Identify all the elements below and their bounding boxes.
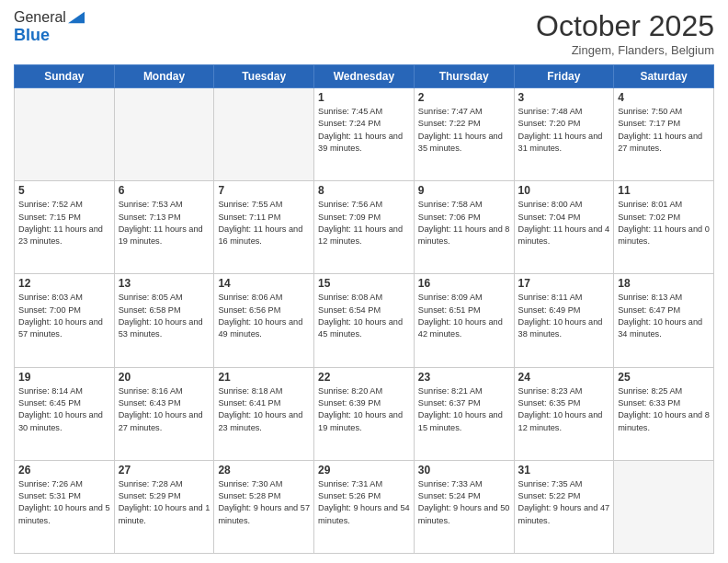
- cell-info: Sunrise: 7:58 AM Sunset: 7:06 PM Dayligh…: [418, 199, 510, 247]
- day-number: 6: [119, 184, 210, 197]
- weekday-header-sunday: Sunday: [15, 65, 115, 88]
- calendar-cell: 10Sunrise: 8:00 AM Sunset: 7:04 PM Dayli…: [514, 181, 614, 274]
- calendar-cell: 7Sunrise: 7:55 AM Sunset: 7:11 PM Daylig…: [214, 181, 314, 274]
- day-number: 20: [119, 371, 210, 384]
- logo: General Blue: [14, 9, 85, 45]
- cell-info: Sunrise: 8:13 AM Sunset: 6:47 PM Dayligh…: [618, 292, 710, 340]
- calendar-cell: 8Sunrise: 7:56 AM Sunset: 7:09 PM Daylig…: [314, 181, 415, 274]
- day-number: 23: [418, 371, 510, 384]
- cell-info: Sunrise: 8:06 AM Sunset: 6:56 PM Dayligh…: [218, 292, 310, 340]
- calendar-cell: [214, 88, 314, 181]
- calendar-cell: 14Sunrise: 8:06 AM Sunset: 6:56 PM Dayli…: [214, 274, 314, 367]
- cell-info: Sunrise: 7:52 AM Sunset: 7:15 PM Dayligh…: [18, 199, 110, 247]
- calendar-cell: 16Sunrise: 8:09 AM Sunset: 6:51 PM Dayli…: [414, 274, 514, 367]
- calendar-cell: 29Sunrise: 7:31 AM Sunset: 5:26 PM Dayli…: [314, 460, 415, 553]
- cell-info: Sunrise: 7:45 AM Sunset: 7:24 PM Dayligh…: [318, 106, 410, 155]
- calendar-cell: 31Sunrise: 7:35 AM Sunset: 5:22 PM Dayli…: [514, 460, 614, 553]
- cell-info: Sunrise: 8:16 AM Sunset: 6:43 PM Dayligh…: [119, 385, 210, 434]
- calendar-cell: 23Sunrise: 8:21 AM Sunset: 6:37 PM Dayli…: [414, 367, 514, 460]
- day-number: 26: [18, 464, 110, 477]
- day-number: 28: [218, 464, 310, 477]
- cell-info: Sunrise: 8:20 AM Sunset: 6:39 PM Dayligh…: [318, 385, 410, 434]
- calendar-cell: 21Sunrise: 8:18 AM Sunset: 6:41 PM Dayli…: [214, 367, 314, 460]
- cell-info: Sunrise: 7:33 AM Sunset: 5:24 PM Dayligh…: [418, 478, 510, 527]
- weekday-header-row: SundayMondayTuesdayWednesdayThursdayFrid…: [15, 65, 714, 88]
- calendar-week-row: 19Sunrise: 8:14 AM Sunset: 6:45 PM Dayli…: [15, 367, 714, 460]
- cell-info: Sunrise: 8:00 AM Sunset: 7:04 PM Dayligh…: [518, 199, 610, 247]
- day-number: 4: [618, 91, 710, 104]
- day-number: 27: [119, 464, 210, 477]
- cell-info: Sunrise: 7:55 AM Sunset: 7:11 PM Dayligh…: [218, 199, 310, 247]
- calendar-cell: 30Sunrise: 7:33 AM Sunset: 5:24 PM Dayli…: [414, 460, 514, 553]
- cell-info: Sunrise: 8:14 AM Sunset: 6:45 PM Dayligh…: [18, 385, 110, 434]
- cell-info: Sunrise: 8:09 AM Sunset: 6:51 PM Dayligh…: [418, 292, 510, 340]
- day-number: 21: [218, 371, 310, 384]
- day-number: 3: [518, 91, 610, 104]
- cell-info: Sunrise: 8:01 AM Sunset: 7:02 PM Dayligh…: [618, 199, 710, 247]
- weekday-header-friday: Friday: [514, 65, 614, 88]
- day-number: 17: [518, 277, 610, 290]
- cell-info: Sunrise: 8:03 AM Sunset: 7:00 PM Dayligh…: [18, 292, 110, 340]
- calendar-cell: 25Sunrise: 8:25 AM Sunset: 6:33 PM Dayli…: [614, 367, 714, 460]
- calendar-cell: 12Sunrise: 8:03 AM Sunset: 7:00 PM Dayli…: [15, 274, 115, 367]
- cell-info: Sunrise: 8:08 AM Sunset: 6:54 PM Dayligh…: [318, 292, 410, 340]
- calendar-table: SundayMondayTuesdayWednesdayThursdayFrid…: [14, 64, 714, 554]
- calendar-cell: 28Sunrise: 7:30 AM Sunset: 5:28 PM Dayli…: [214, 460, 314, 553]
- calendar-cell: 24Sunrise: 8:23 AM Sunset: 6:35 PM Dayli…: [514, 367, 614, 460]
- calendar-cell: 5Sunrise: 7:52 AM Sunset: 7:15 PM Daylig…: [15, 181, 115, 274]
- calendar-cell: 4Sunrise: 7:50 AM Sunset: 7:17 PM Daylig…: [614, 88, 714, 181]
- cell-info: Sunrise: 7:26 AM Sunset: 5:31 PM Dayligh…: [18, 478, 110, 527]
- calendar-cell: 26Sunrise: 7:26 AM Sunset: 5:31 PM Dayli…: [15, 460, 115, 553]
- calendar-cell: 13Sunrise: 8:05 AM Sunset: 6:58 PM Dayli…: [114, 274, 214, 367]
- cell-info: Sunrise: 7:53 AM Sunset: 7:13 PM Dayligh…: [119, 199, 210, 247]
- cell-info: Sunrise: 7:50 AM Sunset: 7:17 PM Dayligh…: [618, 106, 710, 155]
- header: General Blue October 2025 Zingem, Flande…: [14, 9, 714, 57]
- cell-info: Sunrise: 7:31 AM Sunset: 5:26 PM Dayligh…: [318, 478, 410, 527]
- day-number: 12: [18, 277, 110, 290]
- calendar-cell: [15, 88, 115, 181]
- logo-general-text: General: [14, 9, 66, 26]
- day-number: 13: [119, 277, 210, 290]
- day-number: 10: [518, 184, 610, 197]
- calendar-week-row: 26Sunrise: 7:26 AM Sunset: 5:31 PM Dayli…: [15, 460, 714, 553]
- calendar-cell: 6Sunrise: 7:53 AM Sunset: 7:13 PM Daylig…: [114, 181, 214, 274]
- calendar-cell: 27Sunrise: 7:28 AM Sunset: 5:29 PM Dayli…: [114, 460, 214, 553]
- weekday-header-thursday: Thursday: [414, 65, 514, 88]
- day-number: 14: [218, 277, 310, 290]
- cell-info: Sunrise: 7:56 AM Sunset: 7:09 PM Dayligh…: [318, 199, 410, 247]
- calendar-cell: 11Sunrise: 8:01 AM Sunset: 7:02 PM Dayli…: [614, 181, 714, 274]
- calendar-week-row: 5Sunrise: 7:52 AM Sunset: 7:15 PM Daylig…: [15, 181, 714, 274]
- day-number: 9: [418, 184, 510, 197]
- calendar-cell: 20Sunrise: 8:16 AM Sunset: 6:43 PM Dayli…: [114, 367, 214, 460]
- day-number: 2: [418, 91, 510, 104]
- calendar-week-row: 1Sunrise: 7:45 AM Sunset: 7:24 PM Daylig…: [15, 88, 714, 181]
- logo-blue-text: Blue: [14, 26, 50, 45]
- day-number: 29: [318, 464, 410, 477]
- day-number: 30: [418, 464, 510, 477]
- cell-info: Sunrise: 7:30 AM Sunset: 5:28 PM Dayligh…: [218, 478, 310, 527]
- cell-info: Sunrise: 8:21 AM Sunset: 6:37 PM Dayligh…: [418, 385, 510, 434]
- calendar-cell: [614, 460, 714, 553]
- month-title: October 2025: [536, 9, 714, 43]
- cell-info: Sunrise: 8:18 AM Sunset: 6:41 PM Dayligh…: [218, 385, 310, 434]
- calendar-cell: 1Sunrise: 7:45 AM Sunset: 7:24 PM Daylig…: [314, 88, 415, 181]
- day-number: 24: [518, 371, 610, 384]
- svg-marker-0: [68, 12, 85, 24]
- day-number: 31: [518, 464, 610, 477]
- day-number: 22: [318, 371, 410, 384]
- day-number: 15: [318, 277, 410, 290]
- day-number: 18: [618, 277, 710, 290]
- calendar-week-row: 12Sunrise: 8:03 AM Sunset: 7:00 PM Dayli…: [15, 274, 714, 367]
- location: Zingem, Flanders, Belgium: [536, 43, 714, 57]
- day-number: 5: [18, 184, 110, 197]
- cell-info: Sunrise: 7:35 AM Sunset: 5:22 PM Dayligh…: [518, 478, 610, 527]
- cell-info: Sunrise: 8:05 AM Sunset: 6:58 PM Dayligh…: [119, 292, 210, 340]
- day-number: 1: [318, 91, 410, 104]
- calendar-cell: 19Sunrise: 8:14 AM Sunset: 6:45 PM Dayli…: [15, 367, 115, 460]
- weekday-header-wednesday: Wednesday: [314, 65, 415, 88]
- weekday-header-tuesday: Tuesday: [214, 65, 314, 88]
- day-number: 7: [218, 184, 310, 197]
- day-number: 25: [618, 371, 710, 384]
- cell-info: Sunrise: 8:11 AM Sunset: 6:49 PM Dayligh…: [518, 292, 610, 340]
- logo-icon: [68, 11, 85, 24]
